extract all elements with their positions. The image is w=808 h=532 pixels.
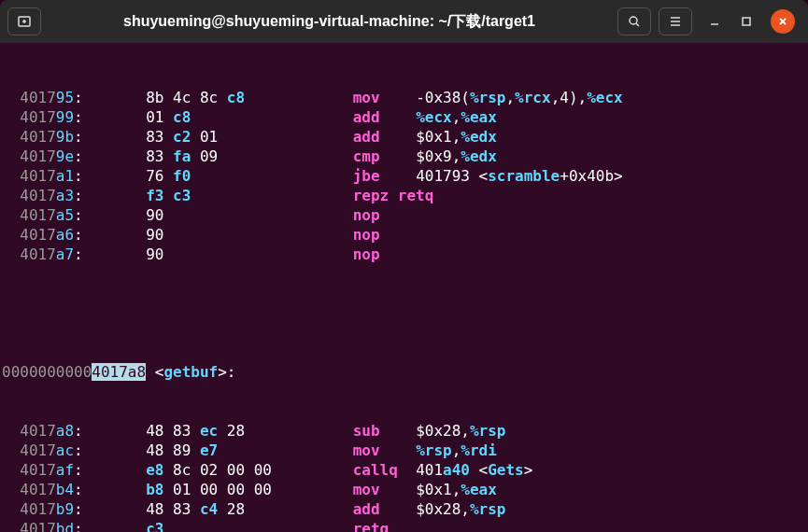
disasm-line: 4017a8: 48 83 ec 28 sub $0x28,%rsp <box>2 421 806 441</box>
disasm-line: 401795: 8b 4c 8c c8 mov -0x38(%rsp,%rcx,… <box>2 88 806 107</box>
svg-point-3 <box>630 17 637 24</box>
disasm-line: 4017a6: 90 nop <box>2 225 806 245</box>
blank-line <box>2 303 806 323</box>
disasm-line: 401799: 01 c8 add %ecx,%eax <box>2 107 806 127</box>
disasm-line: 4017bd: c3 retq <box>2 519 806 532</box>
disasm-line: 4017b4: b8 01 00 00 00 mov $0x1,%eax <box>2 480 806 499</box>
terminal-viewport[interactable]: 401795: 8b 4c 8c c8 mov -0x38(%rsp,%rcx,… <box>0 43 808 532</box>
disasm-block: 401795: 8b 4c 8c c8 mov -0x38(%rsp,%rcx,… <box>2 88 806 264</box>
svg-rect-9 <box>743 18 750 25</box>
minimize-button[interactable] <box>707 14 722 29</box>
new-tab-button[interactable] <box>7 7 41 35</box>
window-controls <box>707 9 795 34</box>
symbol-header-getbuf: 00000000004017a8 <getbuf>: <box>2 362 806 382</box>
disasm-line: 4017ac: 48 89 e7 mov %rsp,%rdi <box>2 441 806 460</box>
svg-line-4 <box>636 23 639 26</box>
disasm-line: 4017a1: 76 f0 jbe 401793 <scramble+0x40b… <box>2 166 806 186</box>
search-button[interactable] <box>617 7 651 35</box>
disasm-block: 4017a8: 48 83 ec 28 sub $0x28,%rsp 4017a… <box>2 421 806 532</box>
disasm-line: 4017a5: 90 nop <box>2 205 806 225</box>
disasm-line: 40179e: 83 fa 09 cmp $0x9,%edx <box>2 147 806 166</box>
close-button[interactable] <box>771 9 795 34</box>
window-title: shuyueming@shuyueming-virtual-machine: ~… <box>49 12 610 32</box>
addr-prefix: 0000000000 <box>2 363 92 381</box>
disasm-line: 4017a7: 90 nop <box>2 245 806 264</box>
search-highlight: 4017a8 <box>92 363 146 381</box>
titlebar: shuyueming@shuyueming-virtual-machine: ~… <box>0 0 808 43</box>
disasm-line: 4017a3: f3 c3 repz retq <box>2 186 806 205</box>
maximize-button[interactable] <box>739 14 754 29</box>
disasm-line: 40179b: 83 c2 01 add $0x1,%edx <box>2 127 806 147</box>
disasm-line: 4017b9: 48 83 c4 28 add $0x28,%rsp <box>2 499 806 519</box>
hamburger-menu-button[interactable] <box>659 7 692 35</box>
symbol-name: getbuf <box>163 363 218 381</box>
disasm-line: 4017af: e8 8c 02 00 00 callq 401a40 <Get… <box>2 460 806 480</box>
